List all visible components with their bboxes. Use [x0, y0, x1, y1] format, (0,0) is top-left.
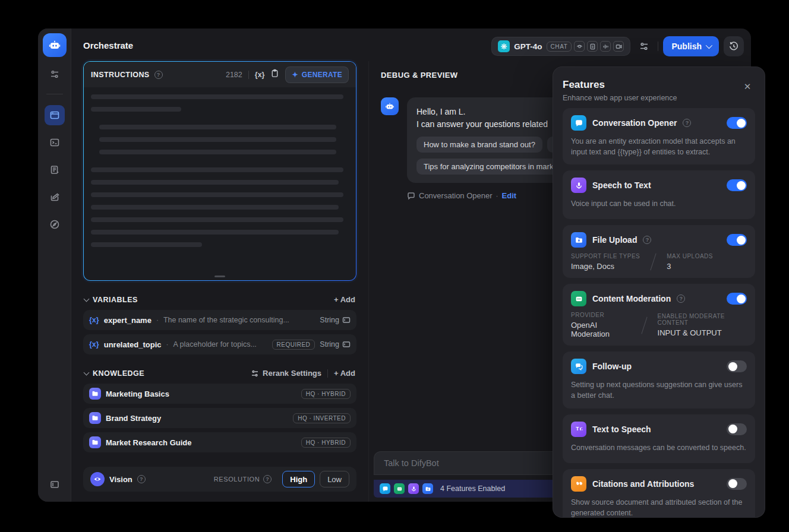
feature-card-file-upload: File Upload ? SUPPORT FILE TYPES Image, …: [563, 225, 755, 278]
model-parameters-button[interactable]: [635, 37, 653, 55]
compass-icon: [49, 219, 60, 230]
help-icon[interactable]: ?: [643, 236, 651, 244]
variable-row[interactable]: {x} expert_name · The name of the strate…: [83, 310, 356, 330]
annotation-icon: [49, 192, 60, 202]
add-variable-button[interactable]: + Add: [334, 295, 355, 304]
knowledge-row[interactable]: Market Research Guide HQ · HYBRID: [83, 432, 356, 452]
publish-button[interactable]: Publish: [663, 36, 719, 56]
feature-card-speech-to-text: Speech to Text Voice input can be used i…: [563, 170, 755, 219]
features-enabled-label: 4 Features Enabled: [440, 484, 505, 493]
features-panel: Features Enhance web app user experience…: [553, 66, 765, 518]
knowledge-name: Brand Strategy: [106, 414, 161, 423]
model-selector[interactable]: ❋ GPT-4o CHAT: [491, 37, 630, 56]
sliders-icon: [49, 69, 60, 80]
text-skeleton-line: [91, 180, 339, 185]
feature-toggle[interactable]: [727, 293, 747, 305]
help-icon[interactable]: ?: [154, 71, 163, 79]
slash-divider: [641, 316, 647, 334]
instructions-title: INSTRUCTIONS: [91, 71, 150, 79]
feature-description: Voice input can be used in chat.: [571, 198, 747, 209]
instructions-panel: INSTRUCTIONS ? 2182 {x}: [83, 61, 356, 281]
knowledge-folder-icon: [89, 412, 101, 424]
insert-variable-button[interactable]: {x}: [255, 71, 265, 79]
chevron-down-icon: [706, 42, 712, 49]
sidebar-item-logs[interactable]: [45, 160, 65, 180]
feature-card-text-to-speech: T Text to Speech Conversation messages c…: [563, 414, 755, 463]
resolution-high-button[interactable]: High: [282, 471, 315, 487]
knowledge-row[interactable]: Marketing Basics HQ · HYBRID: [83, 384, 356, 404]
speech-to-text-icon: [571, 178, 586, 193]
features-panel-title: Features: [563, 79, 755, 91]
close-button[interactable]: ✕: [741, 80, 754, 93]
feature-toggle[interactable]: [727, 234, 747, 246]
vision-title: Vision: [109, 475, 132, 484]
openai-icon: ❋: [498, 40, 510, 52]
sidebar-item-settings[interactable]: [45, 64, 65, 84]
variable-type: String: [320, 316, 351, 324]
speech-to-text-mini-icon: [408, 483, 419, 494]
tune-icon: [639, 41, 649, 52]
dot-separator: ·: [166, 340, 168, 349]
text-skeleton-line: [91, 217, 343, 222]
feature-title: Conversation Opener: [592, 118, 677, 128]
feature-description: Show source document and attributed sect…: [571, 497, 747, 518]
vision-icon: [90, 472, 105, 486]
help-icon[interactable]: ?: [137, 475, 146, 483]
help-icon[interactable]: ?: [263, 475, 272, 483]
variable-name: expert_name: [104, 316, 152, 325]
opener-label: Conversation Opener: [419, 191, 493, 200]
text-skeleton-line: [91, 242, 202, 247]
resize-handle[interactable]: [214, 276, 225, 277]
chevron-down-icon[interactable]: [84, 369, 90, 375]
input-field-icon: [342, 316, 351, 324]
knowledge-header: KNOWLEDGE Rerank Settings + Add: [84, 369, 355, 378]
chevron-down-icon[interactable]: [84, 296, 90, 302]
app-logo[interactable]: [43, 33, 67, 57]
add-knowledge-button[interactable]: + Add: [334, 369, 355, 378]
slash-divider: [651, 254, 657, 271]
video-capability-icon: [613, 41, 624, 52]
browser-window-icon: [49, 110, 60, 121]
variable-row[interactable]: {x} unrelated_topic · A placeholder for …: [83, 334, 356, 354]
knowledge-row[interactable]: Brand Strategy HQ · INVERTED: [83, 408, 356, 428]
suggestion-chip[interactable]: Tips for analyzing competitors in market: [416, 159, 567, 175]
collapse-sidebar-button[interactable]: [45, 474, 65, 495]
edit-opener-link[interactable]: Edit: [502, 191, 517, 200]
text-skeleton-line: [99, 150, 336, 154]
feature-description: You are an entity extraction model that …: [571, 136, 747, 157]
divider: [327, 369, 328, 378]
help-icon[interactable]: ?: [677, 294, 685, 303]
instructions-editor[interactable]: [84, 87, 356, 280]
page-title: Orchestrate: [83, 40, 133, 50]
sidebar-item-terminal[interactable]: [45, 132, 65, 153]
feature-toggle[interactable]: [727, 179, 747, 191]
required-badge: REQUIRED: [272, 340, 315, 350]
topbar: ❋ GPT-4o CHAT: [491, 36, 744, 57]
variable-description: A placeholder for topics...: [173, 340, 267, 349]
content-moderation-mini-icon: [394, 483, 405, 494]
text-to-speech-icon: T: [571, 422, 586, 437]
sidebar-item-monitoring[interactable]: [45, 214, 65, 235]
knowledge-folder-icon: [89, 436, 101, 448]
robot-icon: [384, 101, 395, 112]
feature-title: Follow-up: [592, 362, 632, 371]
generate-button[interactable]: ✦ GENERATE: [285, 66, 349, 83]
history-button[interactable]: [724, 36, 744, 56]
help-icon[interactable]: ?: [683, 119, 691, 127]
feature-toggle[interactable]: [727, 117, 747, 129]
sidebar: [38, 28, 71, 502]
suggestion-chip[interactable]: How to make a brand stand out?: [416, 137, 542, 153]
sparkle-icon: ✦: [292, 71, 298, 79]
vision-card: Vision ? RESOLUTION ? High Low: [83, 467, 356, 492]
divider: [248, 71, 249, 79]
feature-toggle[interactable]: [727, 360, 747, 372]
file-upload-icon: [571, 232, 586, 248]
sidebar-item-annotations[interactable]: [45, 187, 65, 207]
feature-toggle[interactable]: [727, 423, 747, 435]
feature-card-follow-up: Follow-up Setting up next questions sugg…: [563, 352, 755, 408]
feature-toggle[interactable]: [727, 478, 747, 490]
sidebar-item-orchestrate[interactable]: [45, 105, 65, 125]
resolution-low-button[interactable]: Low: [320, 471, 349, 487]
copy-button[interactable]: [270, 69, 279, 80]
rerank-settings-button[interactable]: Rerank Settings: [251, 369, 321, 378]
